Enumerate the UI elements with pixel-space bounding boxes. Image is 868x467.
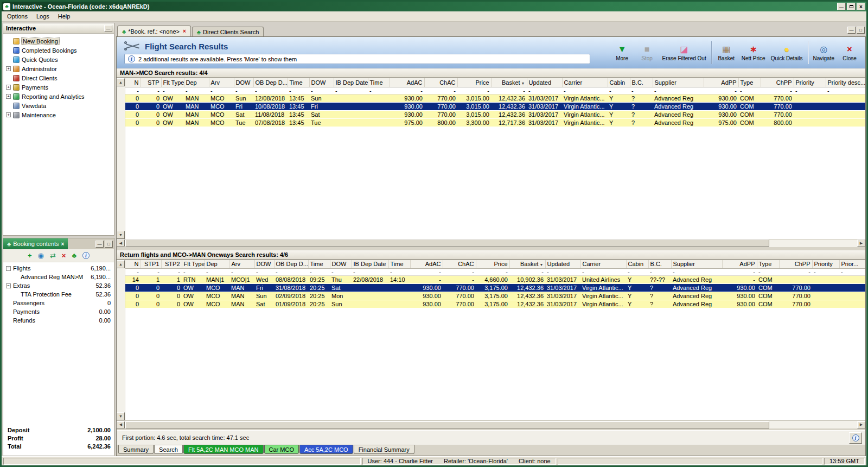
scroll-right-button[interactable]: ▶ [857, 421, 865, 428]
filter-cell[interactable]: - [527, 87, 562, 94]
column-header-stp2[interactable]: STP2 [161, 260, 182, 269]
column-header-n[interactable]: N [125, 260, 141, 269]
menu-item-logs[interactable]: Logs [32, 12, 54, 21]
filter-cell[interactable]: - [141, 269, 161, 276]
filter-cell[interactable]: - [648, 269, 671, 276]
collapse-icon[interactable]: − [6, 283, 11, 288]
panel-minimize-button[interactable]: — [95, 241, 104, 248]
column-header-price[interactable]: Price [457, 78, 491, 87]
table-row[interactable]: 00OWMANMCOSat11/08/201813:45Sat930.00770… [125, 110, 865, 118]
table-row[interactable]: 00OWMANMCOFri10/08/201813:45Fri930.00770… [125, 102, 865, 110]
filter-cell[interactable]: - [388, 269, 410, 276]
erase-filtered-out-button[interactable]: ◪Erase Filtered Out [660, 39, 709, 66]
nett-price-button[interactable]: ∗Nett Price [739, 39, 768, 66]
column-header-n[interactable]: N [125, 78, 141, 87]
filter-cell[interactable]: - [161, 269, 182, 276]
tab-booking-ref[interactable]: ♣ *Book. ref.: <none> × [117, 26, 191, 36]
delete-icon[interactable]: × [62, 252, 66, 259]
filter-cell[interactable]: - [509, 269, 545, 276]
bottom-tab-car-mco[interactable]: Car MCO [264, 445, 299, 454]
sidebar-item-completed-bookings[interactable]: Completed Bookings [3, 46, 114, 55]
sidebar-item-direct-clients[interactable]: Direct Clients [3, 73, 114, 83]
column-header-time[interactable]: Time [368, 78, 390, 87]
quick-details-button[interactable]: ●Quick Details [768, 39, 806, 66]
navigate-button[interactable]: ◎Navigate [810, 39, 837, 66]
filter-cell[interactable]: - [205, 269, 229, 276]
booking-item-extras[interactable]: −Extras52.36 [3, 281, 114, 290]
maximize-button[interactable] [847, 3, 856, 10]
panel-restore-button[interactable]: □ [105, 241, 113, 248]
column-header-adac[interactable]: AdAC [410, 260, 443, 269]
column-header-dow[interactable]: DOW [309, 78, 334, 87]
filter-cell[interactable]: - [608, 87, 630, 94]
filter-cell[interactable]: - [630, 87, 653, 94]
basket-button[interactable]: ▦Basket [714, 39, 739, 66]
table-row[interactable]: 00OWMANMCOTue07/08/201813:45Tue975.00800… [125, 118, 865, 127]
sidebar-item-new-booking[interactable]: New Booking [3, 36, 114, 46]
filter-cell[interactable]: - [794, 87, 826, 94]
horizontal-scrollbar[interactable]: ◀ ▶ [117, 239, 865, 247]
expand-icon[interactable]: + [6, 66, 11, 71]
filter-cell[interactable]: - [141, 87, 161, 94]
panel-collapse-button[interactable]: — [104, 25, 112, 32]
filter-cell[interactable]: - [443, 269, 476, 276]
table-row[interactable]: 000OWMCOMANFri31/08/201820:25Sat930.0077… [125, 284, 865, 292]
column-header-adpp[interactable]: AdPP [722, 260, 757, 269]
filter-cell[interactable]: - [812, 269, 839, 276]
filter-cell[interactable]: - [410, 269, 443, 276]
filter-cell[interactable]: - [308, 269, 330, 276]
column-header-supplier[interactable]: Supplier [653, 78, 704, 87]
filter-cell[interactable]: - [457, 87, 491, 94]
menu-item-help[interactable]: Help [54, 12, 75, 21]
booking-contents-close-icon[interactable]: × [61, 241, 65, 247]
booking-item-refunds[interactable]: Refunds0.00 [3, 316, 114, 325]
table-row[interactable]: 000OWMCOMANSat01/09/201820:25Sun930.0077… [125, 300, 865, 308]
filter-cell[interactable]: - [254, 269, 274, 276]
filter-cell[interactable]: - [209, 87, 234, 94]
column-header-priority[interactable]: Priority [812, 260, 839, 269]
close-button[interactable]: × [857, 3, 865, 10]
tab-close-icon[interactable]: × [183, 28, 186, 34]
column-header-dow[interactable]: DOW [330, 260, 352, 269]
filter-cell[interactable]: - [839, 269, 865, 276]
vertical-scrollbar[interactable]: ▲ ▼ [117, 260, 125, 421]
scroll-up-button[interactable]: ▲ [117, 78, 125, 86]
filter-cell[interactable]: - [545, 269, 580, 276]
table-row[interactable]: 1411RTNMAN|1MCO|1Wed08/08/201809:25Thu22… [125, 276, 865, 284]
filter-cell[interactable]: - [424, 87, 457, 94]
scroll-down-button[interactable]: ▼ [117, 231, 125, 239]
column-header-b-c[interactable]: B.C. [630, 78, 653, 87]
filter-cell[interactable]: - [368, 87, 390, 94]
booking-item-tta-protection-fee[interactable]: TTA Protection Fee52.36 [3, 290, 114, 299]
column-header-dow[interactable]: DOW [234, 78, 253, 87]
mdi-restore-button[interactable]: □ [857, 27, 865, 34]
transfer-icon[interactable]: ⇄ [50, 252, 56, 259]
bottom-tab-search[interactable]: Search [154, 445, 183, 454]
column-header-dow[interactable]: DOW [254, 260, 274, 269]
filter-cell[interactable]: - [626, 269, 648, 276]
expand-icon[interactable]: + [6, 112, 11, 117]
more-button[interactable]: ▼More [610, 39, 635, 66]
filter-cell[interactable]: - [161, 87, 184, 94]
column-header-b-c[interactable]: B.C. [648, 260, 671, 269]
column-header-carrier[interactable]: Carrier [562, 78, 608, 87]
filter-cell[interactable]: - [334, 87, 368, 94]
filter-cell[interactable]: - [182, 269, 205, 276]
column-header-carrier[interactable]: Carrier [580, 260, 626, 269]
column-header-arv[interactable]: Arv [209, 78, 234, 87]
column-header-updated[interactable]: Updated [545, 260, 580, 269]
filter-cell[interactable]: - [738, 87, 761, 94]
filter-cell[interactable]: - [722, 269, 757, 276]
sidebar-item-payments[interactable]: +Payments [3, 83, 114, 92]
filter-cell[interactable]: - [671, 269, 722, 276]
column-header-flt-type[interactable]: Flt Type [182, 260, 205, 269]
column-header-ob-dep-d[interactable]: OB Dep D... [253, 78, 288, 87]
scroll-down-button[interactable]: ▼ [117, 412, 125, 420]
booking-item-advanced-reg-man-m[interactable]: Advanced Reg MAN>M6,190... [3, 273, 114, 281]
sidebar-item-administrator[interactable]: +Administrator [3, 64, 114, 73]
bottom-tab-financial-summary[interactable]: Financial Summary [354, 445, 414, 454]
booking-item-passengers[interactable]: Passengers0 [3, 299, 114, 307]
filter-cell[interactable]: - [476, 269, 509, 276]
filter-cell[interactable]: - [352, 269, 388, 276]
column-header-cabin[interactable]: Cabin [608, 78, 630, 87]
